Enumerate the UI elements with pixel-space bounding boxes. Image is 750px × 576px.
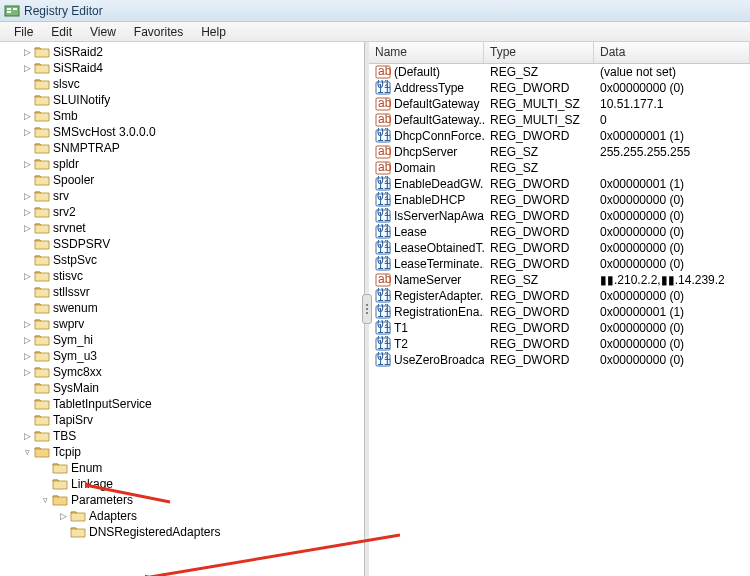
value-row[interactable]: abDefaultGateway...REG_MULTI_SZ0 xyxy=(369,112,750,128)
expand-icon[interactable] xyxy=(22,383,32,393)
expand-icon[interactable]: ▷ xyxy=(22,431,32,441)
value-row[interactable]: 011110IsServerNapAwareREG_DWORD0x0000000… xyxy=(369,208,750,224)
expand-icon[interactable]: ▷ xyxy=(58,511,68,521)
value-row[interactable]: 011110DhcpConnForce...REG_DWORD0x0000000… xyxy=(369,128,750,144)
splitter[interactable] xyxy=(365,42,369,576)
value-data-cell: 0x00000000 (0) xyxy=(594,81,750,95)
expand-icon[interactable]: ▷ xyxy=(22,319,32,329)
tree-item[interactable]: SstpSvc xyxy=(0,252,364,268)
value-name-cell: abDomain xyxy=(369,160,484,176)
svg-text:110: 110 xyxy=(377,242,391,256)
value-row[interactable]: ab(Default)REG_SZ(value not set) xyxy=(369,64,750,80)
expand-icon[interactable]: ▿ xyxy=(22,447,32,457)
menu-favorites[interactable]: Favorites xyxy=(126,23,191,41)
col-name[interactable]: Name xyxy=(369,42,484,63)
expand-icon[interactable] xyxy=(22,303,32,313)
expand-icon[interactable]: ▷ xyxy=(22,47,32,57)
values-pane[interactable]: Name Type Data ab(Default)REG_SZ(value n… xyxy=(369,42,750,576)
expand-icon[interactable] xyxy=(22,415,32,425)
tree-item[interactable]: ▷Smb xyxy=(0,108,364,124)
tree-item[interactable]: DNSRegisteredAdapters xyxy=(0,524,364,540)
expand-icon[interactable]: ▷ xyxy=(22,159,32,169)
expand-icon[interactable] xyxy=(22,255,32,265)
tree-item[interactable]: swenum xyxy=(0,300,364,316)
expand-icon[interactable] xyxy=(22,287,32,297)
expand-icon[interactable] xyxy=(58,527,68,537)
value-row[interactable]: abNameServerREG_SZ▮▮.210.2.2,▮▮.14.239.2 xyxy=(369,272,750,288)
expand-icon[interactable]: ▷ xyxy=(22,223,32,233)
menu-edit[interactable]: Edit xyxy=(43,23,80,41)
value-row[interactable]: 011110RegisterAdapter...REG_DWORD0x00000… xyxy=(369,288,750,304)
expand-icon[interactable]: ▷ xyxy=(22,367,32,377)
value-row[interactable]: 011110LeaseTerminate...REG_DWORD0x000000… xyxy=(369,256,750,272)
value-row[interactable]: 011110UseZeroBroadcastREG_DWORD0x0000000… xyxy=(369,352,750,368)
expand-icon[interactable]: ▷ xyxy=(22,127,32,137)
tree-item[interactable]: TapiSrv xyxy=(0,412,364,428)
expand-icon[interactable] xyxy=(22,399,32,409)
value-row[interactable]: abDefaultGatewayREG_MULTI_SZ10.51.177.1 xyxy=(369,96,750,112)
tree-item[interactable]: ▷srv2 xyxy=(0,204,364,220)
expand-icon[interactable]: ▷ xyxy=(22,111,32,121)
tree-item[interactable]: ▷SMSvcHost 3.0.0.0 xyxy=(0,124,364,140)
tree-item[interactable]: ▷Sym_hi xyxy=(0,332,364,348)
expand-icon[interactable] xyxy=(22,143,32,153)
value-row[interactable]: 011110T1REG_DWORD0x00000000 (0) xyxy=(369,320,750,336)
menu-file[interactable]: File xyxy=(6,23,41,41)
tree-item[interactable]: ▷srv xyxy=(0,188,364,204)
value-row[interactable]: 011110RegistrationEna...REG_DWORD0x00000… xyxy=(369,304,750,320)
tree-item[interactable]: SLUINotify xyxy=(0,92,364,108)
tree-item[interactable]: ▷Adapters xyxy=(0,508,364,524)
value-row[interactable]: abDomainREG_SZ xyxy=(369,160,750,176)
value-row[interactable]: 011110LeaseObtainedT...REG_DWORD0x000000… xyxy=(369,240,750,256)
tree-item[interactable]: TabletInputService xyxy=(0,396,364,412)
value-row[interactable]: 011110T2REG_DWORD0x00000000 (0) xyxy=(369,336,750,352)
expand-icon[interactable]: ▷ xyxy=(22,335,32,345)
expand-icon[interactable]: ▷ xyxy=(22,63,32,73)
expand-icon[interactable] xyxy=(40,463,50,473)
tree-item[interactable]: ▷swprv xyxy=(0,316,364,332)
expand-icon[interactable] xyxy=(40,479,50,489)
tree-item[interactable]: ▷SiSRaid4 xyxy=(0,60,364,76)
tree-item[interactable]: ▿Tcpip xyxy=(0,444,364,460)
tree-item[interactable]: ▷srvnet xyxy=(0,220,364,236)
expand-icon[interactable]: ▷ xyxy=(22,271,32,281)
tree-item[interactable]: stllssvr xyxy=(0,284,364,300)
menu-view[interactable]: View xyxy=(82,23,124,41)
tree-item[interactable]: Linkage xyxy=(0,476,364,492)
value-type-cell: REG_SZ xyxy=(484,65,594,79)
tree-item-label: SiSRaid2 xyxy=(53,45,103,59)
tree-pane[interactable]: ▷SiSRaid2▷SiSRaid4slsvcSLUINotify▷Smb▷SM… xyxy=(0,42,365,576)
expand-icon[interactable] xyxy=(22,239,32,249)
col-data[interactable]: Data xyxy=(594,42,750,63)
tree-item[interactable]: ▷Symc8xx xyxy=(0,364,364,380)
tree-item[interactable]: ▷Sym_u3 xyxy=(0,348,364,364)
expand-icon[interactable] xyxy=(22,79,32,89)
tree-item[interactable]: slsvc xyxy=(0,76,364,92)
value-row[interactable]: 011110EnableDeadGW...REG_DWORD0x00000001… xyxy=(369,176,750,192)
tree-item[interactable]: ▷TBS xyxy=(0,428,364,444)
value-row[interactable]: 011110LeaseREG_DWORD0x00000000 (0) xyxy=(369,224,750,240)
value-row[interactable]: 011110EnableDHCPREG_DWORD0x00000000 (0) xyxy=(369,192,750,208)
splitter-grip[interactable] xyxy=(362,294,372,324)
expand-icon[interactable] xyxy=(22,95,32,105)
value-row[interactable]: 011110AddressTypeREG_DWORD0x00000000 (0) xyxy=(369,80,750,96)
menu-help[interactable]: Help xyxy=(193,23,234,41)
col-type[interactable]: Type xyxy=(484,42,594,63)
expand-icon[interactable]: ▷ xyxy=(22,351,32,361)
tree-item[interactable]: SNMPTRAP xyxy=(0,140,364,156)
tree-item[interactable]: SysMain xyxy=(0,380,364,396)
tree-item[interactable]: Spooler xyxy=(0,172,364,188)
expand-icon[interactable] xyxy=(22,175,32,185)
tree-item[interactable]: ▷spldr xyxy=(0,156,364,172)
svg-text:ab: ab xyxy=(378,272,391,286)
tree-item[interactable]: SSDPSRV xyxy=(0,236,364,252)
svg-text:110: 110 xyxy=(377,338,391,352)
expand-icon[interactable]: ▷ xyxy=(22,191,32,201)
tree-item[interactable]: ▷stisvc xyxy=(0,268,364,284)
tree-item[interactable]: Enum xyxy=(0,460,364,476)
tree-item[interactable]: ▿Parameters xyxy=(0,492,364,508)
tree-item[interactable]: ▷SiSRaid2 xyxy=(0,44,364,60)
expand-icon[interactable]: ▿ xyxy=(40,495,50,505)
expand-icon[interactable]: ▷ xyxy=(22,207,32,217)
value-row[interactable]: abDhcpServerREG_SZ255.255.255.255 xyxy=(369,144,750,160)
